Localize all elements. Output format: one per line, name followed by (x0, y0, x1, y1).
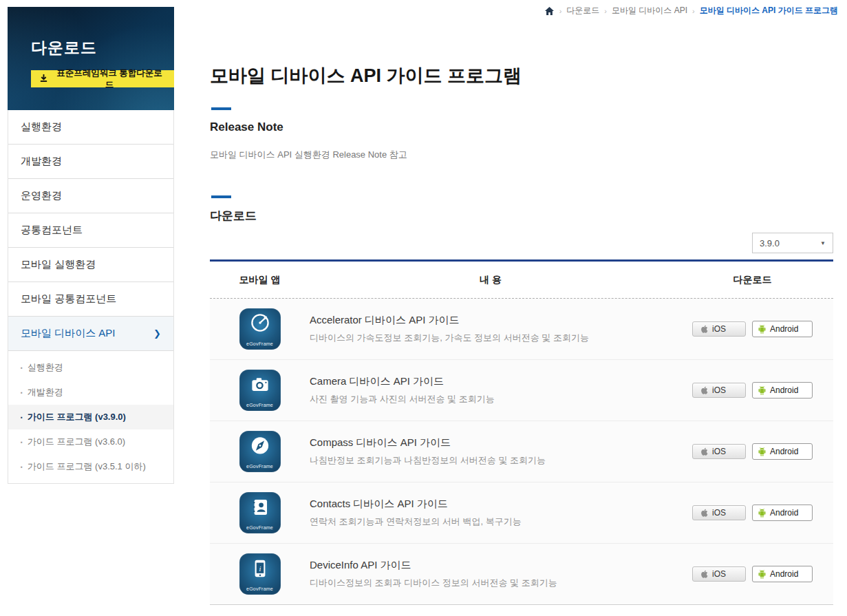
breadcrumb-separator: › (559, 7, 562, 15)
app-title: Camera 디바이스 API 가이드 (310, 375, 672, 388)
sidebar-sub-item[interactable]: ▪ 가이드 프로그램 (v3.6.0) (8, 429, 173, 454)
app-title: Contacts 디바이스 API 가이드 (310, 498, 672, 511)
gauge-app-icon: eGovFrame (239, 308, 281, 350)
breadcrumb: › 다운로드 › 모바일 디바이스 API › 모바일 디바이스 API 가이드… (544, 5, 838, 17)
framework-download-label: 표준프레임워크 통합다운로드 (53, 67, 166, 91)
apple-icon (700, 447, 708, 456)
breadcrumb-current: 모바일 디바이스 API 가이드 프로그램 (700, 5, 838, 17)
sidebar-menu-label: 모바일 디바이스 API (21, 327, 116, 340)
compass-app-icon: eGovFrame (239, 431, 281, 472)
download-icon (39, 74, 48, 85)
apple-icon (700, 569, 708, 579)
android-download-button[interactable]: Android (752, 566, 813, 582)
camera-icon (239, 372, 281, 398)
page-title: 모바일 디바이스 API 가이드 프로그램 (210, 63, 522, 88)
ios-download-button[interactable]: iOS (692, 505, 746, 520)
app-title: Accelerator 디바이스 API 가이드 (310, 314, 672, 327)
ios-download-button[interactable]: iOS (692, 444, 746, 459)
sidebar-menu-label: 개발환경 (21, 155, 62, 168)
sidebar-menu-item[interactable]: 실행환경 ❯ (8, 110, 173, 145)
bullet-icon: ▪ (21, 414, 23, 421)
sidebar-menu-item[interactable]: 모바일 실행환경 ❯ (8, 248, 173, 282)
android-button-label: Android (770, 447, 798, 456)
sidebar-menu-label: 운영환경 (21, 189, 62, 202)
breadcrumb-item[interactable]: 모바일 디바이스 API (612, 5, 687, 17)
apple-icon (700, 385, 708, 395)
download-heading: 다운로드 (210, 208, 257, 224)
contacts-icon (239, 494, 281, 520)
sidebar-menu-label: 모바일 실행환경 (21, 258, 96, 271)
sidebar-menu-item[interactable]: 모바일 공통컴포넌트 ❯ (8, 282, 173, 317)
sidebar-menu-item[interactable]: 모바일 디바이스 API ❯ (8, 317, 173, 351)
version-select[interactable]: 3.9.0 ▼ (752, 233, 833, 253)
breadcrumb-item[interactable]: 다운로드 (566, 5, 599, 17)
android-button-label: Android (770, 385, 798, 395)
app-description: 사진 촬영 기능과 사진의 서버전송 및 조회기능 (310, 393, 672, 405)
header-download: 다운로드 (672, 274, 833, 286)
section-tick (211, 107, 231, 110)
sidebar-sub-item[interactable]: ▪ 가이드 프로그램 (v3.5.1 이하) (8, 454, 173, 479)
contacts-app-icon: eGovFrame (239, 492, 281, 533)
camera-app-icon: eGovFrame (239, 370, 281, 411)
release-note-body: 모바일 디바이스 API 실행환경 Release Note 참고 (210, 149, 407, 161)
android-icon (758, 569, 766, 580)
ios-button-label: iOS (712, 447, 726, 456)
ios-download-button[interactable]: iOS (692, 383, 746, 398)
egovframe-caption: eGovFrame (239, 586, 281, 591)
release-note-heading: Release Note (210, 120, 283, 134)
ios-button-label: iOS (712, 569, 726, 579)
download-table: 모바일 앱 내 용 다운로드 eGovFrame Accelerator 디바이… (210, 259, 833, 605)
android-download-button[interactable]: Android (752, 382, 813, 399)
android-download-button[interactable]: Android (752, 321, 813, 337)
sidebar-menu-item[interactable]: 개발환경 ❯ (8, 145, 173, 179)
header-mobile-app: 모바일 앱 (210, 274, 310, 286)
table-header: 모바일 앱 내 용 다운로드 (210, 262, 833, 299)
section-tick (211, 195, 231, 198)
home-icon[interactable] (544, 6, 555, 16)
bullet-icon: ▪ (21, 390, 23, 396)
android-icon (758, 385, 766, 396)
app-description: 연락처 조회기능과 연락처정보의 서버 백업, 복구기능 (310, 516, 672, 528)
chevron-right-icon: ❯ (153, 328, 161, 339)
sidebar-sub-label: 개발환경 (28, 386, 63, 399)
sidebar-sub-item[interactable]: ▪ 개발환경 (8, 380, 173, 405)
deviceinfo-icon: i (239, 555, 281, 582)
egovframe-caption: eGovFrame (239, 403, 281, 407)
sidebar-sub-item[interactable]: ▪ 실행환경 (8, 355, 173, 380)
sidebar-sub-label: 실행환경 (28, 361, 63, 374)
apple-icon (700, 324, 708, 334)
table-row: eGovFrame Accelerator 디바이스 API 가이드 디바이스의… (210, 299, 833, 360)
ios-download-button[interactable]: iOS (692, 566, 746, 582)
sidebar-sub-label: 가이드 프로그램 (v3.9.0) (28, 411, 126, 423)
sidebar-sub-item[interactable]: ▪ 가이드 프로그램 (v3.9.0) (8, 405, 173, 429)
ios-button-label: iOS (712, 508, 726, 518)
sidebar-menu-item[interactable]: 운영환경 ❯ (8, 179, 173, 213)
android-button-label: Android (770, 569, 798, 579)
android-icon (758, 324, 766, 334)
sidebar-header: 다운로드 표준프레임워크 통합다운로드 (8, 7, 174, 110)
bullet-icon: ▪ (21, 365, 23, 371)
app-description: 나침반정보 조회기능과 나침반정보의 서버전송 및 조회기능 (310, 454, 672, 467)
android-button-label: Android (770, 508, 798, 518)
sidebar-nav: 실행환경 ❯ 개발환경 ❯ 운영환경 ❯ 공통컴포넌트 ❯ 모바일 실행환경 ❯… (8, 110, 174, 484)
deviceinfo-app-icon: i eGovFrame (239, 553, 281, 595)
sidebar-menu-item[interactable]: 공통컴포넌트 ❯ (8, 213, 173, 248)
framework-download-button[interactable]: 표준프레임워크 통합다운로드 (31, 70, 174, 87)
ios-download-button[interactable]: iOS (692, 321, 746, 337)
sidebar-sub-label: 가이드 프로그램 (v3.5.1 이하) (28, 460, 146, 473)
sidebar-menu-label: 모바일 공통컴포넌트 (21, 293, 116, 306)
table-row: eGovFrame Camera 디바이스 API 가이드 사진 촬영 기능과 … (210, 360, 833, 421)
sidebar-sub-label: 가이드 프로그램 (v3.6.0) (28, 436, 125, 448)
android-download-button[interactable]: Android (752, 505, 813, 521)
ios-button-label: iOS (712, 324, 726, 334)
gauge-icon (239, 310, 281, 337)
header-contents: 내 용 (310, 274, 672, 286)
android-download-button[interactable]: Android (752, 443, 813, 460)
app-title: DeviceInfo API 가이드 (310, 559, 672, 572)
sidebar: 다운로드 표준프레임워크 통합다운로드 실행환경 ❯ 개발환경 ❯ 운영환경 ❯… (8, 7, 174, 484)
sidebar-title: 다운로드 (31, 37, 174, 59)
apple-icon (700, 508, 708, 518)
android-button-label: Android (770, 324, 798, 334)
table-row: eGovFrame Compass 디바이스 API 가이드 나침반정보 조회기… (210, 421, 833, 482)
sidebar-menu-label: 실행환경 (21, 120, 62, 134)
